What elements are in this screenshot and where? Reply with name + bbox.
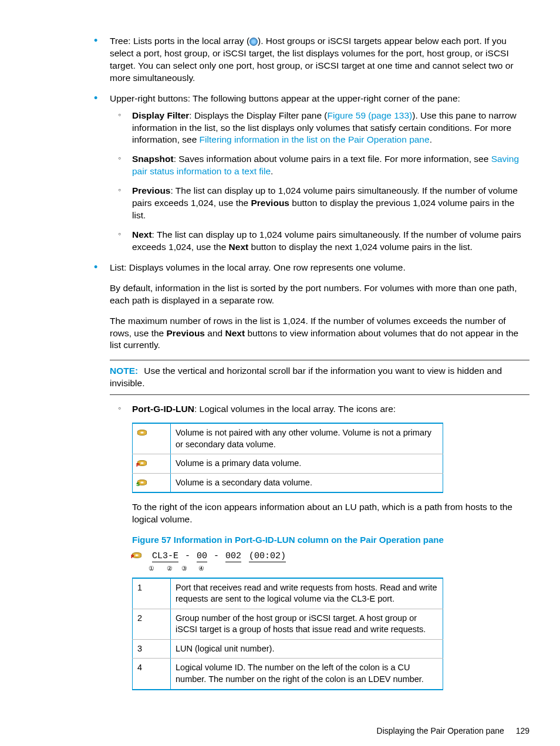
table-row: Volume is not paired with any other volu… xyxy=(133,423,443,454)
legend-table: 1 Port that receives read and write requ… xyxy=(132,578,443,690)
sub-next: Next: The list can display up to 1,024 v… xyxy=(110,229,529,254)
legend-desc: Logical volume ID. The number on the lef… xyxy=(171,659,443,690)
legend-desc: Port that receives read and write reques… xyxy=(171,578,443,609)
volume-unpaired-icon xyxy=(137,428,146,436)
page-content: Tree: Lists ports in the local array ().… xyxy=(0,0,560,746)
volume-primary-icon xyxy=(137,459,146,466)
icon-table: Volume is not paired with any other volu… xyxy=(132,423,443,493)
figure-57-sample: CL3-E - 00 - 002 (00:02) ① ② ③ ④ xyxy=(132,551,529,572)
port-g-id-lun-list: Port-G-ID-LUN: Logical volumes in the lo… xyxy=(110,403,529,416)
list-p3: The maximum number of rows in the list i… xyxy=(31,315,529,352)
link-figure-59[interactable]: Figure 59 (page 133) xyxy=(328,110,413,120)
note-label: NOTE: xyxy=(110,366,138,376)
table-row: 1 Port that receives read and write requ… xyxy=(133,578,443,609)
link-filtering-info[interactable]: Filtering information in the list on the… xyxy=(200,134,430,144)
fig-part-1: CL3-E xyxy=(152,551,178,562)
display-filter-label: Display Filter xyxy=(132,110,189,120)
upper-text: Upper-right buttons: The following butto… xyxy=(110,93,460,103)
next-label: Next xyxy=(132,229,152,239)
icon-desc: Volume is a secondary data volume. xyxy=(171,473,443,492)
marker-4: ④ xyxy=(198,565,204,572)
snapshot-label: Snapshot xyxy=(132,154,174,164)
marker-3: ③ xyxy=(181,565,187,572)
volume-secondary-icon xyxy=(137,478,146,485)
fig-part-4: (00:02) xyxy=(249,551,286,562)
port-g-id-lun-item: Port-G-ID-LUN: Logical volumes in the lo… xyxy=(110,403,529,416)
legend-num: 4 xyxy=(133,659,171,690)
legend-num: 3 xyxy=(133,639,171,659)
list-p2: By default, information in the list is s… xyxy=(31,282,529,307)
footer-page-number: 129 xyxy=(516,726,529,735)
sub-previous: Previous: The list can display up to 1,0… xyxy=(110,185,529,222)
footer-title: Displaying the Pair Operation pane xyxy=(377,726,504,735)
table-row: Volume is a primary data volume. xyxy=(133,454,443,474)
table-row: Volume is a secondary data volume. xyxy=(133,473,443,492)
table-row: 2 Group number of the host group or iSCS… xyxy=(133,609,443,639)
table-row: 4 Logical volume ID. The number on the l… xyxy=(133,659,443,690)
previous-label: Previous xyxy=(132,185,170,195)
globe-icon xyxy=(249,38,258,46)
note-box: NOTE:Use the vertical and horizontal scr… xyxy=(110,360,529,395)
bullet-list: List: Displays volumes in the local arra… xyxy=(31,262,529,274)
port-g-id-lun-label: Port-G-ID-LUN xyxy=(132,404,194,414)
marker-2: ② xyxy=(167,565,173,572)
icon-desc: Volume is not paired with any other volu… xyxy=(171,423,443,454)
fig-part-3: 002 xyxy=(225,551,241,562)
upper-sublist: Display Filter: Displays the Display Fil… xyxy=(110,110,529,254)
fig-part-2: 00 xyxy=(197,551,207,562)
page-footer: Displaying the Pair Operation pane 129 xyxy=(31,725,529,737)
icon-desc: Volume is a primary data volume. xyxy=(171,454,443,474)
marker-1: ① xyxy=(149,565,154,572)
sub-snapshot: Snapshot: Saves information about volume… xyxy=(110,153,529,178)
legend-desc: Group number of the host group or iSCSI … xyxy=(171,609,443,639)
table-row: 3 LUN (logical unit number). xyxy=(133,639,443,659)
note-text: Use the vertical and horizontal scroll b… xyxy=(110,366,502,388)
legend-num: 1 xyxy=(133,578,171,609)
sub-display-filter: Display Filter: Displays the Display Fil… xyxy=(110,110,529,147)
tree-text-lead: Tree: Lists ports in the local array ( xyxy=(110,36,249,46)
bullet-tree: Tree: Lists ports in the local array ().… xyxy=(31,35,529,85)
legend-desc: LUN (logical unit number). xyxy=(171,639,443,659)
figure-caption: Figure 57 Information in Port-G-ID-LUN c… xyxy=(132,534,529,546)
volume-primary-icon xyxy=(132,551,140,558)
top-bullets: Tree: Lists ports in the local array ().… xyxy=(31,35,529,274)
list-p1: List: Displays volumes in the local arra… xyxy=(110,262,406,272)
after-icons-text: To the right of the icon appears informa… xyxy=(31,501,529,526)
bullet-upper-right: Upper-right buttons: The following butto… xyxy=(31,93,529,254)
legend-num: 2 xyxy=(133,609,171,639)
